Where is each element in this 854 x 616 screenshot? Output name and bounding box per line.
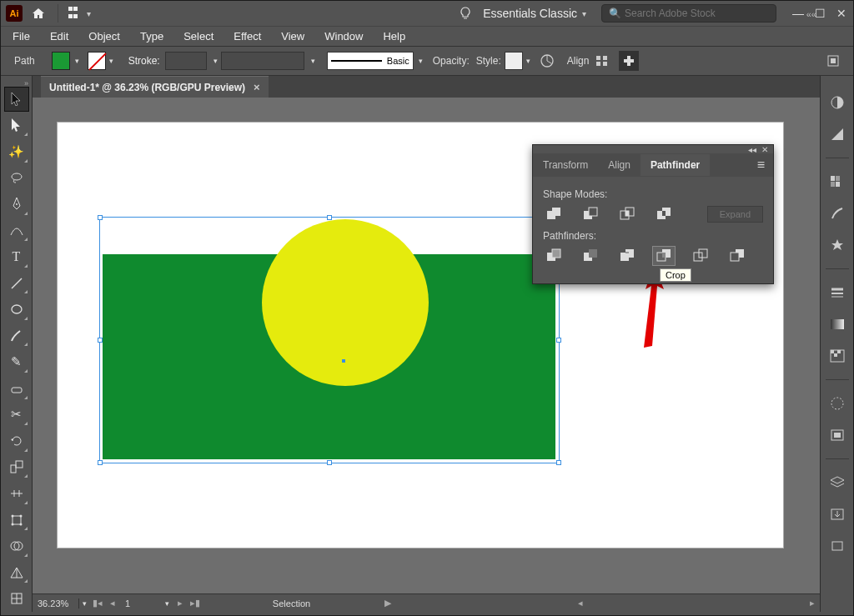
tab-transform[interactable]: Transform: [533, 154, 598, 176]
isolate-icon[interactable]: [823, 51, 843, 71]
type-tool[interactable]: T: [5, 245, 28, 268]
prev-artboard[interactable]: ◂: [105, 598, 120, 608]
menu-object[interactable]: Object: [78, 28, 130, 45]
align-icon[interactable]: [592, 51, 612, 71]
arrange-documents-button[interactable]: ▾: [63, 3, 96, 23]
color-guide-icon[interactable]: [827, 124, 847, 144]
artboard-dropdown[interactable]: ▾: [162, 599, 173, 608]
scroll-left[interactable]: ◂: [573, 598, 588, 608]
brushes-icon[interactable]: [827, 203, 847, 223]
magic-wand-tool[interactable]: ✨: [5, 140, 28, 163]
menu-file[interactable]: File: [3, 28, 40, 45]
recolor-icon[interactable]: [537, 51, 557, 71]
status-play-icon[interactable]: ▶: [380, 598, 395, 608]
workspace-switcher[interactable]: Essentials Classic ▾: [483, 7, 586, 20]
curvature-tool[interactable]: [5, 219, 28, 243]
selection-tool[interactable]: [5, 88, 28, 111]
rotate-tool[interactable]: [5, 429, 28, 453]
svg-rect-44: [832, 542, 842, 550]
scissor-tool[interactable]: ✂: [5, 403, 28, 427]
swatches-icon[interactable]: [827, 172, 847, 192]
pathfinder-merge[interactable]: [616, 247, 638, 265]
scale-tool[interactable]: [5, 456, 28, 479]
transparency-icon[interactable]: [827, 346, 847, 366]
stroke-weight-dropdown[interactable]: ▾: [210, 57, 221, 65]
menu-select[interactable]: Select: [173, 28, 224, 45]
search-stock-input[interactable]: [625, 8, 769, 19]
pathfinder-trim[interactable]: [580, 247, 601, 265]
graphic-styles-icon[interactable]: [827, 425, 847, 445]
pathfinder-divide[interactable]: [543, 247, 565, 265]
zoom-level[interactable]: 36.23%: [33, 598, 79, 608]
paintbrush-tool[interactable]: [5, 324, 28, 348]
home-icon[interactable]: [29, 4, 48, 23]
stroke-dropdown[interactable]: ▾: [106, 57, 117, 65]
minimize-button[interactable]: —: [791, 7, 805, 20]
stroke-panel-icon[interactable]: [827, 283, 847, 303]
direct-selection-tool[interactable]: [5, 114, 28, 138]
vwp-dropdown[interactable]: ▾: [308, 57, 319, 65]
perspective-tool[interactable]: [5, 561, 28, 584]
ellipse-tool[interactable]: [5, 298, 28, 321]
menu-window[interactable]: Window: [314, 28, 373, 45]
pathfinder-crop[interactable]: Crop: [653, 247, 675, 265]
next-artboard[interactable]: ▸: [173, 598, 188, 608]
tab-align[interactable]: Align: [598, 154, 640, 176]
artboard-number[interactable]: 1: [120, 598, 162, 608]
shape-mode-intersect[interactable]: [616, 205, 638, 223]
asset-export-icon[interactable]: [827, 504, 847, 524]
search-stock-field[interactable]: 🔍: [601, 4, 776, 23]
menu-type[interactable]: Type: [130, 28, 173, 45]
eraser-tool[interactable]: [5, 377, 28, 400]
tab-pathfinder[interactable]: Pathfinder: [640, 154, 710, 176]
panel-collapse-handle-right[interactable]: ««: [806, 9, 816, 19]
hint-bulb-icon[interactable]: [455, 3, 476, 24]
panel-menu-icon[interactable]: ≡: [749, 158, 773, 173]
toolbar-collapse[interactable]: »: [1, 79, 32, 86]
fill-dropdown[interactable]: ▾: [72, 57, 83, 65]
panel-collapse-icon[interactable]: ◂◂: [748, 145, 756, 154]
shape-mode-unite[interactable]: [543, 205, 565, 223]
shape-mode-minus-front[interactable]: [580, 205, 601, 223]
fill-swatch[interactable]: [52, 52, 70, 70]
width-tool[interactable]: [5, 482, 28, 505]
first-artboard[interactable]: ▮◂: [90, 598, 105, 608]
brush-dropdown[interactable]: ▾: [415, 57, 426, 65]
pathfinder-minus-back[interactable]: [726, 247, 748, 265]
line-tool[interactable]: [5, 272, 28, 295]
color-panel-icon[interactable]: [827, 93, 847, 113]
menu-help[interactable]: Help: [373, 28, 415, 45]
graphic-style-swatch[interactable]: [505, 52, 523, 70]
shape-builder-tool[interactable]: [5, 534, 28, 558]
style-dropdown[interactable]: ▾: [523, 57, 534, 65]
svg-rect-42: [834, 433, 841, 438]
artboards-icon[interactable]: [827, 536, 847, 556]
brush-definition[interactable]: Basic: [327, 52, 414, 70]
appearance-icon[interactable]: [827, 393, 847, 413]
menu-edit[interactable]: Edit: [40, 28, 78, 45]
zoom-dropdown[interactable]: ▾: [79, 599, 90, 608]
layers-icon[interactable]: [827, 473, 847, 493]
mesh-tool[interactable]: [5, 587, 28, 610]
variable-width-profile[interactable]: [221, 52, 304, 70]
scroll-right[interactable]: ▸: [805, 598, 820, 608]
gradient-panel-icon[interactable]: [827, 314, 847, 334]
menu-view[interactable]: View: [271, 28, 314, 45]
stroke-swatch-none[interactable]: [88, 52, 106, 70]
pen-tool[interactable]: [5, 193, 28, 216]
panel-close-icon[interactable]: ✕: [761, 145, 768, 154]
stroke-weight-field[interactable]: [165, 52, 207, 70]
pencil-tool[interactable]: ✎: [5, 350, 28, 373]
pathfinder-outline[interactable]: [690, 247, 711, 265]
align-label[interactable]: Align: [567, 55, 590, 67]
symbols-icon[interactable]: [827, 235, 847, 255]
lasso-tool[interactable]: [5, 167, 28, 190]
close-tab-icon[interactable]: ×: [254, 81, 260, 93]
free-transform-tool[interactable]: [5, 508, 28, 532]
last-artboard[interactable]: ▸▮: [188, 598, 203, 608]
menu-effect[interactable]: Effect: [224, 28, 271, 45]
document-tab[interactable]: Untitled-1* @ 36.23% (RGB/GPU Preview) ×: [41, 76, 269, 98]
close-button[interactable]: ✕: [835, 7, 848, 20]
shape-mode-exclude[interactable]: [653, 205, 675, 223]
transform-icon[interactable]: [619, 51, 639, 71]
